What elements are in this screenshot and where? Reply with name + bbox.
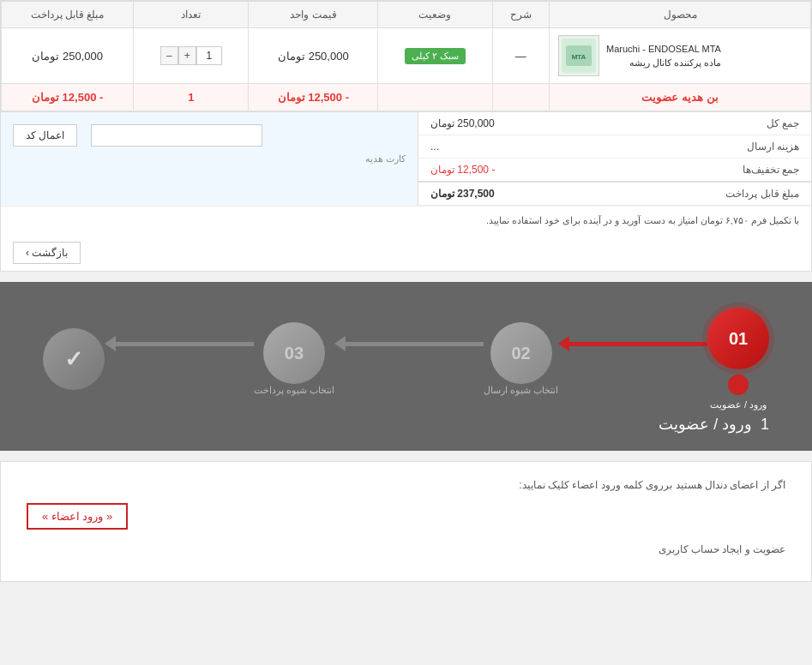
steps-section: 01 ورود / عضویت 02 انتخاب شیوه ارسال [0, 282, 812, 451]
discount-unit-price: - 12,500 تومان [249, 84, 378, 111]
apply-code-button[interactable]: اعمال کد [13, 124, 77, 147]
steps-sub-label-text: ورود / عضویت [659, 416, 752, 433]
step-2-circle: 02 [490, 322, 552, 384]
final-row: مبلغ قابل پرداخت 237,500 تومان [418, 182, 811, 206]
step-done-block: ✓ [43, 328, 105, 390]
qty-control: 1 + – [142, 46, 239, 65]
final-value: 237,500 تومان [418, 182, 605, 206]
gift-card-label: کارت هدیه [13, 153, 406, 165]
product-status: سبک ۲ کیلی [378, 28, 492, 84]
register-label: عضویت و ایجاد حساب کاربری [27, 543, 785, 555]
discount-summary-value: - 12,500 تومان [418, 159, 605, 183]
discount-desc [492, 84, 550, 111]
status-badge: سبک ۲ کیلی [405, 48, 466, 64]
cart-table: محصول شرح وضعیت قیمت واحد تعداد مبلغ قاب… [1, 1, 811, 111]
discount-summary-row: جمع تخفیف‌ها - 12,500 تومان [418, 159, 811, 183]
step-number-badge: 1 [761, 416, 769, 433]
discount-qty: 1 [134, 84, 249, 111]
subtotal-label: جمع کل [605, 112, 811, 135]
step-1-label: ورود / عضویت [710, 398, 767, 410]
step-1-circle: 01 [707, 308, 769, 369]
col-header-desc: شرح [492, 2, 550, 28]
back-btn-row: بازگشت › [1, 235, 811, 271]
back-button[interactable]: بازگشت › [13, 242, 81, 264]
subtotal-value: 250,000 تومان [418, 112, 605, 135]
member-login-row: « ورود اعضاء » [27, 503, 785, 530]
step-1-block: 01 ورود / عضویت [707, 308, 769, 410]
gift-card-section: اعمال کد کارت هدیه [1, 112, 418, 206]
connector-2 [334, 336, 484, 351]
product-unit-price: 250,000 تومان [249, 28, 378, 84]
login-section: اگر از اعضای دندال هستید برروی کلمه ورود… [0, 461, 812, 582]
col-header-status: وضعیت [378, 2, 492, 28]
shipping-label: هزینه ارسال [605, 135, 811, 159]
step-3-circle: 03 [263, 322, 325, 384]
member-login-button[interactable]: « ورود اعضاء » [27, 503, 128, 530]
final-label: مبلغ قابل پرداخت [605, 182, 811, 206]
step-2-block: 02 انتخاب شیوه ارسال [484, 322, 558, 396]
step-1-badge [728, 374, 749, 395]
product-row: Maruchi - ENDOSEAL MTA ماده پرکننده کانا… [2, 28, 811, 84]
product-cell: Maruchi - ENDOSEAL MTA ماده پرکننده کانا… [550, 28, 811, 84]
step-done-circle: ✓ [43, 328, 105, 390]
svg-text:MTA: MTA [572, 53, 586, 61]
discount-total: - 12,500 تومان [2, 84, 134, 111]
connector-1 [558, 336, 707, 351]
discount-row: بن هدیه عضویت - 12,500 تومان 1 - 12,500 … [2, 84, 811, 111]
qty-value: 1 [196, 46, 222, 65]
step-2-label: انتخاب شیوه ارسال [484, 384, 558, 396]
gift-code-input[interactable] [91, 124, 262, 147]
connector-3 [105, 336, 254, 351]
product-image: MTA [558, 35, 599, 76]
cart-section: محصول شرح وضعیت قیمت واحد تعداد مبلغ قاب… [0, 0, 812, 272]
step-3-label: انتخاب شیوه پرداخت [254, 384, 334, 396]
step-3-block: 03 انتخاب شیوه پرداخت [254, 322, 334, 396]
product-name-line1: ماده پرکننده کانال ریشه [629, 57, 721, 68]
cart-info-text: با تکمیل فرم ۶,۷۵۰ تومان امتیاز به دست آ… [1, 206, 811, 235]
product-name-line2: Maruchi - ENDOSEAL MTA [606, 44, 721, 54]
discount-status [378, 84, 492, 111]
steps-sub-label: 1 ورود / عضویت [0, 410, 812, 434]
product-desc: — [492, 28, 550, 84]
product-qty: 1 + – [134, 28, 249, 84]
login-info-text: اگر از اعضای دندال هستید برروی کلمه ورود… [27, 479, 785, 491]
discount-name: بن هدیه عضویت [550, 84, 811, 111]
shipping-value: ... [418, 135, 605, 159]
summary-table: جمع کل 250,000 تومان هزینه ارسال ... جمع… [418, 112, 811, 206]
col-header-product: محصول [550, 2, 811, 28]
col-header-price: قیمت واحد [249, 2, 378, 28]
subtotal-row: جمع کل 250,000 تومان [418, 112, 811, 135]
discount-summary-label: جمع تخفیف‌ها [605, 159, 811, 183]
col-header-qty: تعداد [134, 2, 249, 28]
qty-decrease-button[interactable]: – [160, 46, 178, 65]
steps-visual-container: 01 ورود / عضویت 02 انتخاب شیوه ارسال [0, 299, 812, 410]
qty-increase-button[interactable]: + [178, 46, 196, 65]
product-total: 250,000 تومان [2, 28, 134, 84]
shipping-row: هزینه ارسال ... [418, 135, 811, 159]
col-header-total: مبلغ قابل پرداخت [2, 2, 134, 28]
